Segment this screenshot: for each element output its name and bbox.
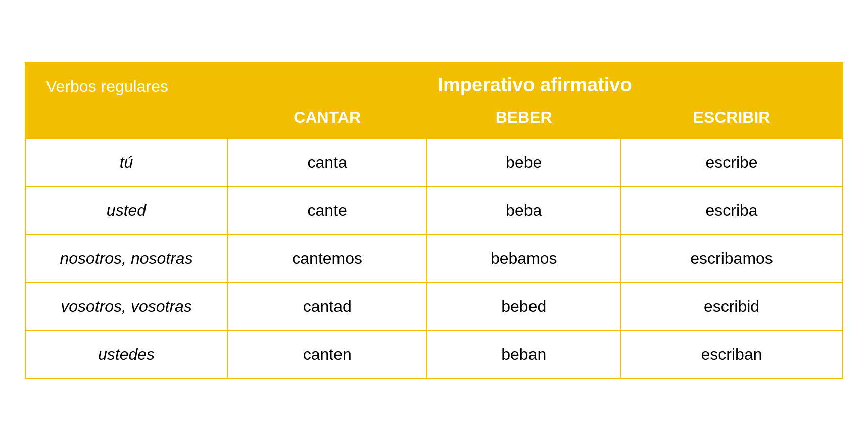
table-row: vosotros, vosotras cantad bebed escribid xyxy=(25,282,843,330)
header-verbs-row: CANTAR BEBER ESCRIBIR xyxy=(25,101,843,138)
beber-usted: beba xyxy=(427,186,620,234)
cantar-usted: cante xyxy=(227,186,427,234)
pronoun-ustedes: ustedes xyxy=(25,330,227,378)
escribir-ustedes: escriban xyxy=(620,330,843,378)
beber-tu: bebe xyxy=(427,138,620,186)
beber-ustedes: beban xyxy=(427,330,620,378)
escribir-nosotros: escribamos xyxy=(620,234,843,282)
escribir-tu: escribe xyxy=(620,138,843,186)
table-row: ustedes canten beban escriban xyxy=(25,330,843,378)
cantar-vosotros: cantad xyxy=(227,282,427,330)
pronoun-nosotros: nosotros, nosotras xyxy=(25,234,227,282)
header-title-row: Verbos regulares Imperativo afirmativo xyxy=(25,63,843,101)
cantar-tu: canta xyxy=(227,138,427,186)
header-pronoun-cell xyxy=(25,101,227,138)
beber-nosotros: bebamos xyxy=(427,234,620,282)
pronoun-usted: usted xyxy=(25,186,227,234)
table-title: Verbos regulares xyxy=(25,63,227,101)
pronoun-tu: tú xyxy=(25,138,227,186)
conjugation-table: Verbos regulares Imperativo afirmativo C… xyxy=(25,62,843,379)
header-escribir: ESCRIBIR xyxy=(620,101,843,138)
escribir-vosotros: escribid xyxy=(620,282,843,330)
cantar-nosotros: cantemos xyxy=(227,234,427,282)
pronoun-vosotros: vosotros, vosotras xyxy=(25,282,227,330)
beber-vosotros: bebed xyxy=(427,282,620,330)
table-subtitle: Imperativo afirmativo xyxy=(227,63,843,101)
escribir-usted: escriba xyxy=(620,186,843,234)
table-row: tú canta bebe escribe xyxy=(25,138,843,186)
table-row: usted cante beba escriba xyxy=(25,186,843,234)
header-beber: BEBER xyxy=(427,101,620,138)
cantar-ustedes: canten xyxy=(227,330,427,378)
header-cantar: CANTAR xyxy=(227,101,427,138)
page-wrapper: Verbos regulares Imperativo afirmativo C… xyxy=(0,0,868,441)
table-row: nosotros, nosotras cantemos bebamos escr… xyxy=(25,234,843,282)
